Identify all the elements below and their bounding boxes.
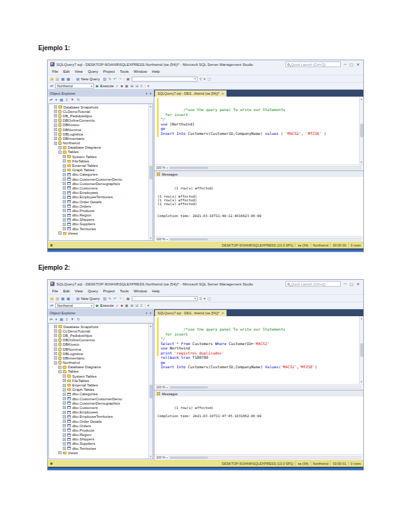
tree-item[interactable]: dbo.Employees [49,191,147,195]
toolbar-combobox[interactable]: ▾ [132,77,198,82]
menu-item[interactable]: Help [152,289,159,293]
edit-icon[interactable]: ✎ [109,297,112,301]
expander-icon[interactable] [63,182,66,185]
tree-item[interactable]: dbo.Region [49,213,147,218]
scroll-up-icon[interactable]: ▲ [149,324,152,327]
undo-icon[interactable]: ↶ [114,77,117,81]
toolbar-separator[interactable]: | [144,304,146,307]
window-tool-icon[interactable]: ▢ [207,77,211,81]
tree-item[interactable]: FileTables [49,378,147,383]
scroll-down-icon[interactable]: ▼ [360,161,363,164]
tree-item[interactable]: DBOnlineComercio [49,338,147,343]
expander-icon[interactable] [63,438,66,441]
expander-icon[interactable] [63,388,66,391]
chevron-down-icon[interactable]: ▾ [166,386,168,389]
menu-item[interactable]: View [75,289,83,293]
horizontal-scrollbar[interactable] [169,386,361,389]
new-file-icon[interactable]: ▤ [50,297,54,301]
expander-icon[interactable] [63,196,66,199]
debug-icon[interactable]: ▣ [125,304,129,307]
expander-icon[interactable] [63,406,66,409]
maximize-button[interactable]: ▢ [350,62,353,66]
tab-close-icon[interactable]: ✕ [222,92,224,95]
new-query-button[interactable]: ▤ New Query [75,297,101,301]
tree-item[interactable]: DBLogistica [49,132,147,136]
menu-item[interactable]: Tools [120,289,129,293]
scrollbar-thumb[interactable] [149,166,152,179]
toolbar-separator[interactable]: | [72,77,73,81]
connection-icon[interactable]: ⇄ [50,84,53,88]
tree-item[interactable]: dbo.CustomerDemographics [49,401,147,405]
menu-item[interactable]: Help [152,70,159,73]
tree-item[interactable]: Graph Tables [49,388,147,392]
expander-icon[interactable] [63,191,66,194]
save-icon[interactable]: ▦ [61,77,65,81]
refresh-icon[interactable]: ↻ [77,98,80,102]
expander-icon[interactable] [54,124,57,127]
dropdown-icon[interactable]: ▾ [147,84,149,88]
messages-pane-header[interactable]: Messages [154,170,363,177]
scroll-up-icon[interactable]: ▲ [360,97,363,100]
scroll-up-icon[interactable]: ▲ [149,105,152,108]
chevron-down-icon[interactable]: ▾ [166,166,168,169]
menu-item[interactable]: Query [88,289,98,293]
expander-icon[interactable] [54,339,57,342]
expander-icon[interactable] [54,132,57,136]
tree-item[interactable]: DBInventario [49,136,147,141]
expander-icon[interactable] [63,227,66,230]
close-button[interactable]: ✕ [356,62,360,66]
expander-icon[interactable] [58,231,61,235]
tree-item[interactable]: dbo.Customers [49,186,147,190]
dropdown-icon[interactable]: ▾ [203,77,205,81]
horizontal-scrollbar[interactable] [169,456,361,459]
expander-icon[interactable] [63,384,66,387]
expander-icon[interactable] [54,356,57,359]
expander-icon[interactable] [63,155,66,158]
expander-icon[interactable] [63,428,66,432]
expander-icon[interactable] [54,343,57,346]
dropdown-icon[interactable]: ▾ [147,304,149,307]
expander-icon[interactable] [63,205,66,208]
undo-icon[interactable]: ↶ [114,297,117,301]
object-explorer-header[interactable]: Object Explorer ▾ ✕ [48,90,154,97]
expander-icon[interactable] [63,159,66,162]
pin-icon[interactable]: ▾ [146,311,147,315]
connect-dropdown-icon[interactable]: ▾ [55,98,57,102]
chevron-down-icon[interactable]: ▾ [166,456,168,459]
expander-icon[interactable] [58,451,61,454]
expander-icon[interactable] [63,169,66,172]
tree-item[interactable]: dbo.Orders [49,204,147,208]
document-tab[interactable]: SQLQuery7.sql - DES...thwind (sa (54))* … [155,90,227,97]
expander-icon[interactable] [63,375,66,378]
tree-item[interactable]: dbo.Order Details [49,419,147,423]
minimize-button[interactable]: ─ [344,62,346,66]
expander-icon[interactable] [63,164,66,168]
redo-icon[interactable]: ↷ [119,297,122,301]
tree-item[interactable]: dbo.CustomerDemographics [49,181,147,186]
scrollbar-thumb[interactable] [170,167,208,169]
tree-item[interactable]: Database Snapshots [49,324,147,329]
scroll-down-icon[interactable]: ▼ [149,455,152,458]
tree-item[interactable]: Views [49,450,147,455]
list-icon[interactable]: ≡ [141,304,143,307]
tree-item[interactable]: Database Snapshots [49,105,147,109]
menu-item[interactable]: Project [103,289,115,293]
tree-item[interactable]: CLDemoTutorial [49,329,147,333]
tree-item[interactable]: DBOnlineComercio [49,119,147,123]
expander-icon[interactable] [54,110,57,113]
menu-item[interactable]: File [52,289,58,293]
expander-icon[interactable] [54,105,57,109]
tree-item[interactable]: External Tables [49,163,147,168]
tree-item[interactable]: dbo.Shippers [49,218,147,222]
maximize-button[interactable]: ▢ [350,282,353,286]
parse-check-icon[interactable]: ✓ [115,304,119,307]
tree-item[interactable]: DB_PedidosHijos [49,333,147,338]
messages-pane-header[interactable]: Messages [154,390,363,396]
tree-item[interactable]: DBNomina [49,347,147,351]
tree-item[interactable]: dbo.Categories [49,173,147,177]
tree-item[interactable]: DBLogistica [49,351,147,356]
open-file-icon[interactable]: ▨ [56,77,60,81]
horizontal-scrollbar[interactable] [169,166,361,169]
tree-item[interactable]: System Tables [49,374,147,378]
database-combobox[interactable]: Northwind ▾ [55,83,94,88]
